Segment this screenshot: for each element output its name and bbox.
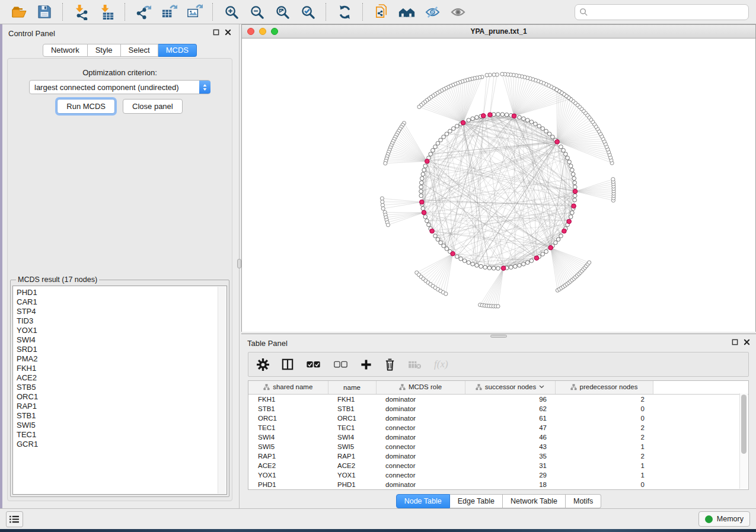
export-table-button[interactable] [157, 2, 181, 22]
table-cell[interactable]: SWI5 [248, 442, 328, 451]
table-cell[interactable]: 43 [465, 442, 555, 451]
table-scrollbar[interactable] [739, 393, 748, 489]
mcds-result-item[interactable]: ORC1 [17, 392, 227, 402]
delete-column-button[interactable] [384, 358, 395, 371]
table-cell[interactable]: STB1 [328, 404, 376, 414]
table-cell[interactable]: 0 [555, 480, 653, 489]
table-cell[interactable]: RAP1 [248, 451, 328, 461]
table-row[interactable]: YOX1YOX1connector291 [248, 470, 748, 480]
table-cell[interactable]: 2 [555, 423, 653, 432]
hide-selected-button[interactable] [420, 2, 444, 22]
tab-network[interactable]: Network [43, 44, 88, 57]
table-cell[interactable]: SWI4 [328, 432, 376, 442]
table-cell[interactable]: 1 [555, 461, 653, 470]
table-settings-button[interactable] [257, 358, 269, 371]
table-row[interactable]: TEC1TEC1connector472 [248, 423, 748, 432]
table-cell[interactable]: STB1 [248, 404, 328, 414]
tab-mcds[interactable]: MCDS [158, 44, 197, 57]
zoom-selected-button[interactable] [296, 2, 320, 22]
mcds-result-item[interactable]: SRD1 [17, 345, 227, 354]
show-hidden-button[interactable] [446, 2, 470, 22]
table-cell[interactable]: 0 [555, 414, 653, 423]
column-header-MCDS-role[interactable]: MCDS role [376, 381, 465, 395]
mcds-result-item[interactable]: RAP1 [17, 402, 227, 411]
mcds-result-item[interactable]: STB5 [17, 383, 227, 392]
export-network-button[interactable] [132, 2, 155, 22]
table-cell[interactable]: PHD1 [248, 480, 328, 489]
table-cell[interactable]: 2 [555, 451, 653, 461]
close-window-icon[interactable] [247, 28, 254, 35]
mcds-result-item[interactable]: TEC1 [17, 430, 227, 440]
table-row[interactable]: PHD1PHD1dominator180 [248, 480, 748, 489]
tab-node-table[interactable]: Node Table [396, 494, 450, 508]
table-cell[interactable]: PHD1 [328, 480, 376, 489]
network-window-titlebar[interactable]: YPA_prune.txt_1 [242, 25, 755, 39]
column-header-name[interactable]: name [328, 381, 376, 395]
table-cell[interactable]: 61 [465, 414, 555, 423]
mcds-result-item[interactable]: FKH1 [17, 364, 227, 373]
table-cell[interactable]: dominator [376, 404, 465, 414]
mcds-result-item[interactable]: SWI5 [17, 421, 227, 430]
mcds-result-item[interactable]: CAR1 [17, 297, 227, 307]
table-cell[interactable]: dominator [376, 480, 465, 489]
refresh-button[interactable] [333, 2, 356, 22]
table-row[interactable]: SWI4SWI4dominator462 [248, 432, 748, 442]
table-cell[interactable]: dominator [376, 414, 465, 423]
table-cell[interactable]: 2 [555, 395, 653, 405]
tab-network-table[interactable]: Network Table [503, 494, 566, 508]
select-all-columns-button[interactable] [306, 361, 321, 368]
save-session-button[interactable] [33, 2, 56, 22]
tab-select[interactable]: Select [121, 44, 158, 57]
tab-motifs[interactable]: Motifs [566, 494, 601, 508]
mcds-result-item[interactable]: STP4 [17, 307, 227, 316]
close-panel-button[interactable]: Close panel [123, 99, 183, 114]
table-row[interactable]: ORC1ORC1dominator610 [248, 414, 748, 423]
zoom-in-button[interactable] [219, 2, 243, 22]
mcds-result-item[interactable]: YOX1 [17, 326, 227, 335]
maximize-window-icon[interactable] [271, 28, 278, 35]
table-cell[interactable]: TEC1 [248, 423, 328, 432]
table-cell[interactable]: FKH1 [328, 395, 376, 405]
export-image-button[interactable] [183, 2, 206, 22]
memory-button[interactable]: Memory [698, 511, 750, 527]
table-row[interactable]: SWI5SWI5connector431 [248, 442, 748, 451]
table-cell[interactable]: 29 [465, 470, 555, 480]
mcds-result-item[interactable]: PMA2 [17, 354, 227, 364]
table-cell[interactable]: connector [376, 461, 465, 470]
table-row[interactable]: ACE2ACE2connector311 [248, 461, 748, 470]
table-cell[interactable]: 47 [465, 423, 555, 432]
run-mcds-button[interactable]: Run MCDS [57, 99, 115, 114]
import-network-button[interactable] [69, 2, 93, 22]
mcds-result-list[interactable]: PHD1CAR1STP4TID3YOX1SWI4SRD1PMA2FKH1ACE2… [12, 286, 227, 495]
mcds-result-item[interactable]: SWI4 [17, 335, 227, 345]
vertical-splitter[interactable] [237, 24, 241, 508]
table-row[interactable]: STB1STB1dominator620 [248, 404, 748, 414]
close-panel-icon[interactable] [225, 29, 231, 36]
table-cell[interactable]: dominator [376, 451, 465, 461]
tab-style[interactable]: Style [88, 44, 121, 57]
table-cell[interactable]: ACE2 [328, 461, 376, 470]
table-cell[interactable]: TEC1 [328, 423, 376, 432]
table-cell[interactable]: 18 [465, 480, 555, 489]
deselect-all-columns-button[interactable] [333, 361, 348, 368]
table-cell[interactable]: connector [376, 470, 465, 480]
table-cell[interactable]: YOX1 [328, 470, 376, 480]
search-field[interactable] [575, 4, 749, 20]
show-all-button[interactable] [395, 2, 419, 22]
task-history-button[interactable] [6, 511, 23, 527]
close-panel-icon[interactable] [744, 339, 750, 345]
mcds-result-item[interactable]: ACE2 [17, 373, 227, 383]
column-header-successor-nodes[interactable]: successor nodes [465, 381, 555, 395]
table-cell[interactable]: SWI4 [248, 432, 328, 442]
table-cell[interactable]: ACE2 [248, 461, 328, 470]
minimize-window-icon[interactable] [259, 28, 266, 35]
column-header-predecessor-nodes[interactable]: predecessor nodes [555, 381, 653, 395]
float-panel-icon[interactable] [213, 29, 219, 36]
tab-edge-table[interactable]: Edge Table [450, 494, 503, 508]
float-panel-icon[interactable] [732, 339, 738, 345]
table-cell[interactable]: ORC1 [328, 414, 376, 423]
table-cell[interactable]: 2 [555, 432, 653, 442]
table-cell[interactable]: FKH1 [248, 395, 328, 405]
import-table-button[interactable] [95, 2, 119, 22]
mcds-result-item[interactable]: GCR1 [17, 440, 227, 449]
